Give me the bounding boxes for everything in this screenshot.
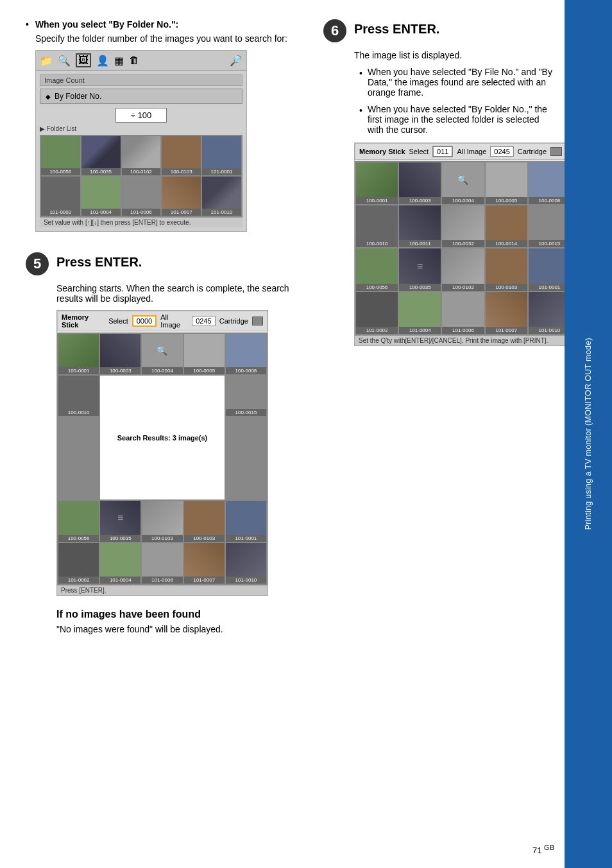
page-suffix: GB xyxy=(544,844,554,851)
step5-header: 5 Press ENTER. xyxy=(26,252,304,275)
select-label: Select xyxy=(108,317,128,325)
thumb-img xyxy=(162,177,201,209)
thumb-cell: 101-0007 xyxy=(486,292,527,334)
bullet-dot: • xyxy=(359,105,362,135)
thumb-cell: 100-0008 xyxy=(226,334,266,374)
step5-title: Press ENTER. xyxy=(56,255,142,270)
step6-header: 6 Press ENTER. xyxy=(323,19,554,42)
folder-no-section: • When you select "By Folder No.": Speci… xyxy=(26,19,304,241)
step6-mem-icon xyxy=(550,147,562,156)
thumb-cell: 100-0103 xyxy=(184,501,225,541)
step6-screenshot: Memory Stick Select 011 All Image 0245 C… xyxy=(354,143,572,346)
mem-icon xyxy=(252,317,263,326)
step5-number: 5 xyxy=(26,252,49,275)
thumb-cell: 100-0102 xyxy=(122,136,161,175)
thumb-cell: 01 100-0032 xyxy=(442,205,484,247)
thumb-label: 101-0002 xyxy=(41,209,80,216)
step5-screenshot: Memory Stick Select 0000 All Image 0245 … xyxy=(56,310,268,596)
search-icon: 🔍 xyxy=(58,55,71,67)
step5-thumb-container: 100-0001 100-0003 🔍 100-0004 xyxy=(57,333,268,585)
thumb-cell: 01 100-0005 xyxy=(486,162,527,204)
thumb-cell: 🔍 100-0004 xyxy=(442,162,484,204)
grid-icon: ▦ xyxy=(114,55,124,67)
step5-status-bar: Press [ENTER]. xyxy=(57,585,268,595)
step6-count-value: 0245 xyxy=(490,146,513,157)
thumb-cell: 101-0007 xyxy=(162,177,201,216)
thumb-cell: 01 100-0010 xyxy=(356,205,398,247)
folder-thumb-grid: 100-0056 100-0035 100-0102 xyxy=(40,135,242,217)
thumb-cell: 100-0102 xyxy=(142,501,182,541)
no-images-section: If no images have been found "No images … xyxy=(56,609,304,634)
zoom-icon: 🔎 xyxy=(230,55,242,67)
thumb-img xyxy=(81,136,121,168)
thumb-cell: 01 100-0102 xyxy=(442,248,484,290)
thumb-cell: 101-0010 xyxy=(202,177,241,216)
no-images-title: If no images have been found xyxy=(56,609,304,620)
thumb-cell: 100-0015 xyxy=(226,376,266,416)
thumb-cell: 101-0004 xyxy=(81,177,121,216)
step6-all-label: All Image xyxy=(457,148,486,155)
image-count-bar: Image Count xyxy=(40,74,242,86)
folder-icon: 📁 xyxy=(40,55,53,67)
ui-body: Image Count ◆ By Folder No. ÷ 100 ▶ Fold… xyxy=(36,71,246,231)
thumb-cell: 101-0004 xyxy=(399,292,441,334)
step6-mem-bar: Memory Stick Select 011 All Image 0245 C… xyxy=(355,143,572,160)
thumb-cell: 01 ≡ 100-0035 xyxy=(399,248,441,290)
mem-stick-label: Memory Stick xyxy=(62,313,105,329)
step5-body: Searching starts. When the search is com… xyxy=(56,283,304,634)
thumb-label: 101-0007 xyxy=(162,209,201,216)
ui-toolbar: 📁 🔍 🖼 👤 ▦ 🗑 🔎 xyxy=(36,51,246,71)
thumb-img xyxy=(162,136,201,168)
thumb-label: 100-0103 xyxy=(162,168,201,175)
thumb-cell: 100-0003 xyxy=(100,334,140,374)
folder-select-box: ◆ By Folder No. xyxy=(40,89,242,104)
search-result-overlay: Search Results: 3 image(s) xyxy=(117,434,208,442)
mem-stick-bar: Memory Stick Select 0000 All Image 0245 … xyxy=(57,311,268,331)
diamond-icon: ◆ xyxy=(46,93,51,100)
thumb-cell: 🔍 100-0004 xyxy=(142,334,182,374)
thumb-cell: 101-0001 xyxy=(226,501,266,541)
page-footer: 71 GB xyxy=(532,844,554,855)
step6-bullet1-text: When you have selected "By File No." and… xyxy=(368,67,554,98)
thumb-img xyxy=(41,177,80,209)
step6-mem-label: Memory Stick xyxy=(359,148,405,155)
sidebar: Printing using a TV monitor (MONITOR OUT… xyxy=(565,0,612,868)
thumb-cell: Search Results: 3 image(s) xyxy=(100,376,225,500)
step5-thumb-grid: 100-0001 100-0003 🔍 100-0004 xyxy=(57,333,268,585)
thumb-img xyxy=(81,177,121,209)
thumb-cell: 101-0007 xyxy=(184,543,225,584)
thumb-label: 100-0102 xyxy=(122,168,161,175)
thumb-cell: 101-0004 xyxy=(100,543,140,584)
thumb-cell: 101-0010 xyxy=(226,543,266,584)
trash-icon: 🗑 xyxy=(129,55,139,66)
step6-bullet1: • When you have selected "By File No." a… xyxy=(354,67,554,98)
thumb-cell: 100-0005 xyxy=(184,334,225,374)
step6-select-value: 011 xyxy=(432,146,453,157)
thumb-cell: ≡ 100-0035 xyxy=(100,501,140,541)
thumb-img xyxy=(202,136,241,168)
thumb-cell: 101-0006 xyxy=(142,543,182,584)
thumb-img xyxy=(202,177,241,209)
step6-title: Press ENTER. xyxy=(354,22,439,37)
step5-section: 5 Press ENTER. Searching starts. When th… xyxy=(26,252,304,634)
step6-body: The image list is displayed. • When you … xyxy=(354,50,554,346)
person-icon: 👤 xyxy=(96,55,109,67)
folder-no-content: When you select "By Folder No.": Specify… xyxy=(35,19,287,241)
thumb-img xyxy=(122,177,161,209)
thumb-cell: 100-0003 xyxy=(399,162,441,204)
thumb-cell: 101-0002 xyxy=(356,292,398,334)
step6-cartridge-label: Cartridge xyxy=(518,148,547,155)
thumb-cell: 01 100-0011 xyxy=(399,205,441,247)
thumb-label: 101-0006 xyxy=(122,209,161,216)
step6-description: The image list is displayed. xyxy=(354,50,554,60)
thumb-cell: 100-0056 xyxy=(58,501,99,541)
thumb-cell: 101-0001 xyxy=(202,136,241,175)
thumb-cell: 100-0010 xyxy=(58,376,99,416)
thumb-label: 100-0035 xyxy=(81,168,121,175)
folder-input[interactable]: ÷ 100 xyxy=(115,108,167,123)
folder-ui-screenshot: 📁 🔍 🖼 👤 ▦ 🗑 🔎 Image Count ◆ xyxy=(35,50,247,232)
thumb-cell: 100-0001 xyxy=(58,334,99,374)
folder-select-label: By Folder No. xyxy=(55,92,101,101)
page-number: 71 xyxy=(532,846,541,855)
thumb-cell: 101-0006 xyxy=(122,177,161,216)
